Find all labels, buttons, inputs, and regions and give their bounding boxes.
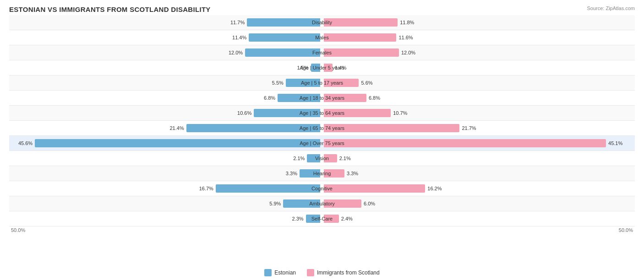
chart-row: 2.1% Vision 2.1% <box>9 151 635 166</box>
left-section: 21.4% <box>9 121 322 135</box>
row-label: Age | 5 to 17 years <box>301 80 343 86</box>
val-left: 6.8% <box>264 95 275 101</box>
axis-left: 50.0% <box>11 227 25 233</box>
right-section: 12.0% <box>322 45 635 60</box>
val-right: 6.8% <box>369 95 380 101</box>
row-label: Age | Under 5 years <box>300 65 344 70</box>
val-left: 11.7% <box>230 20 245 25</box>
val-left: 2.3% <box>292 216 304 221</box>
bar-right <box>324 184 425 193</box>
legend-immigrants-box <box>307 269 314 276</box>
left-section: 2.3% <box>9 211 322 226</box>
right-section: 3.3% <box>322 166 635 181</box>
right-section: 10.7% <box>322 106 635 120</box>
chart-row: 6.8% Age | 18 to 34 years 6.8% <box>9 91 635 106</box>
left-section: 45.6% <box>9 136 322 151</box>
bar-right <box>324 48 399 57</box>
val-right: 6.0% <box>364 201 375 206</box>
bar-left <box>245 48 320 57</box>
right-section: 6.0% <box>322 196 635 211</box>
axis-right: 50.0% <box>619 227 633 233</box>
row-label: Cognitive <box>311 186 333 191</box>
row-label: Disability <box>312 20 332 25</box>
val-right: 11.8% <box>400 20 414 25</box>
val-left: 5.9% <box>269 201 281 206</box>
axis-labels: 50.0% 50.0% <box>9 227 635 233</box>
chart-row: 12.0% Females 12.0% <box>9 45 635 60</box>
chart-row: 1.5% Age | Under 5 years 1.4% <box>9 60 635 75</box>
val-left: 5.5% <box>272 80 284 86</box>
legend-estonian-label: Estonian <box>274 269 296 276</box>
bar-right <box>324 33 396 42</box>
val-left: 2.1% <box>293 156 305 161</box>
bar-left <box>216 184 320 193</box>
bar-left <box>249 33 320 42</box>
left-section: 10.6% <box>9 106 322 120</box>
bar-left <box>247 18 320 27</box>
left-section: 6.8% <box>9 91 322 105</box>
row-label: Hearing <box>313 171 331 176</box>
val-left: 16.7% <box>199 186 213 191</box>
row-label: Vision <box>315 156 329 161</box>
legend-immigrants-label: Immigrants from Scotland <box>317 269 380 276</box>
chart-area: 11.7% Disability 11.8% 11.4% Males 11.6%… <box>9 15 635 248</box>
right-section: 16.2% <box>322 181 635 196</box>
right-section: 6.8% <box>322 91 635 105</box>
chart-row: 21.4% Age | 65 to 74 years 21.7% <box>9 121 635 136</box>
val-left: 11.4% <box>232 35 246 40</box>
chart-row: 11.7% Disability 11.8% <box>9 15 635 30</box>
right-section: 2.1% <box>322 151 635 166</box>
left-section: 1.5% <box>9 60 322 75</box>
right-section: 45.1% <box>322 136 635 151</box>
val-left: 3.3% <box>286 171 297 176</box>
source-label: Source: ZipAtlas.com <box>587 5 635 11</box>
left-section: 11.4% <box>9 30 322 45</box>
left-section: 2.1% <box>9 151 322 166</box>
left-section: 3.3% <box>9 166 322 181</box>
bar-right <box>324 139 606 147</box>
val-right: 5.6% <box>361 80 372 86</box>
chart-row: 45.6% Age | Over 75 years 45.1% <box>9 136 635 151</box>
bar-left <box>35 139 320 147</box>
chart-row: 5.5% Age | 5 to 17 years 5.6% <box>9 75 635 91</box>
chart-row: 11.4% Males 11.6% <box>9 30 635 45</box>
row-label: Age | 65 to 74 years <box>300 125 344 131</box>
val-right: 10.7% <box>393 110 407 116</box>
val-right: 45.1% <box>608 140 622 146</box>
chart-row: 10.6% Age | 35 to 64 years 10.7% <box>9 106 635 121</box>
right-section: 2.4% <box>322 211 635 226</box>
legend-estonian: Estonian <box>264 269 296 276</box>
left-section: 5.9% <box>9 196 322 211</box>
right-section: 11.6% <box>322 30 635 45</box>
chart-title: ESTONIAN VS IMMIGRANTS FROM SCOTLAND DIS… <box>9 5 635 13</box>
right-section: 5.6% <box>322 75 635 90</box>
val-right: 2.4% <box>341 216 353 221</box>
val-left: 21.4% <box>169 125 184 131</box>
row-label: Age | 35 to 64 years <box>300 110 344 116</box>
row-label: Age | Over 75 years <box>300 140 344 146</box>
legend-estonian-box <box>264 269 272 276</box>
val-right: 3.3% <box>347 171 358 176</box>
chart-row: 16.7% Cognitive 16.2% <box>9 181 635 196</box>
row-label: Females <box>312 50 332 55</box>
val-right: 12.0% <box>401 50 415 55</box>
val-left: 10.6% <box>237 110 251 116</box>
left-section: 16.7% <box>9 181 322 196</box>
val-right: 2.1% <box>339 156 351 161</box>
chart-row: 3.3% Hearing 3.3% <box>9 166 635 181</box>
legend: Estonian Immigrants from Scotland <box>0 269 644 276</box>
val-right: 11.6% <box>398 35 413 40</box>
chart-row: 5.9% Ambulatory 6.0% <box>9 196 635 211</box>
val-right: 16.2% <box>427 186 442 191</box>
val-left: 45.6% <box>18 140 33 146</box>
row-label: Ambulatory <box>309 201 335 206</box>
row-label: Males <box>315 35 328 40</box>
left-section: 12.0% <box>9 45 322 60</box>
val-left: 12.0% <box>229 50 243 55</box>
row-label: Age | 18 to 34 years <box>300 95 344 101</box>
legend-immigrants: Immigrants from Scotland <box>307 269 380 276</box>
right-section: 1.4% <box>322 60 635 75</box>
val-right: 21.7% <box>462 125 476 131</box>
left-section: 5.5% <box>9 75 322 90</box>
chart-container: ESTONIAN VS IMMIGRANTS FROM SCOTLAND DIS… <box>0 0 644 280</box>
